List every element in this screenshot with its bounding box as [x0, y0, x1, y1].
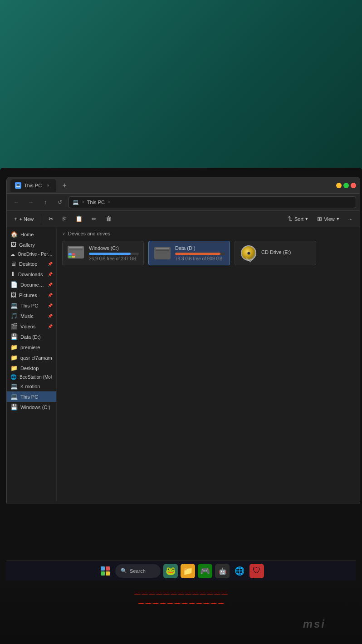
drive-data-d[interactable]: Data (D:) 78.8 GB free of 909 GB [148, 241, 230, 265]
drive-c-bar [89, 253, 139, 255]
address-location: This PC [87, 200, 105, 205]
delete-button[interactable]: 🗑 [102, 214, 115, 224]
taskbar-app-android[interactable]: 🤖 [215, 564, 230, 578]
windows-c-icon: 💾 [10, 404, 18, 410]
this-pc2-label: This PC [20, 394, 38, 400]
drive-windows-c[interactable]: Windows (C:) 36.9 GB free of 237 GB [62, 241, 144, 265]
gallery-label: Gallery [19, 242, 35, 248]
sidebar-item-this-pc[interactable]: 💻 This PC 📌 [7, 300, 56, 311]
sidebar-item-music[interactable]: 🎵 Music 📌 [7, 311, 56, 321]
taskbar-app-vpn[interactable]: 🛡 [249, 564, 264, 578]
data-d-label: Data (D:) [20, 334, 41, 340]
start-button[interactable] [98, 564, 113, 578]
toolbar: + + New ✂ ⎘ 📋 ✏ 🗑 ⇅ Sort ▾ ⊞ View ▾ [7, 211, 360, 227]
sidebar-item-videos[interactable]: 🎬 Videos 📌 [7, 321, 56, 332]
data-d-icon: 💾 [10, 333, 18, 340]
sidebar-item-windows-c[interactable]: 💾 Windows (C:) [7, 402, 56, 412]
taskbar-app-files[interactable]: 📁 [181, 564, 195, 578]
key [145, 599, 152, 604]
key [200, 590, 206, 595]
home-label: Home [20, 232, 34, 237]
tab-area: 💻 This PC × + [10, 179, 333, 192]
sidebar-item-home[interactable]: 🏠 Home [7, 229, 56, 239]
new-button[interactable]: + + New [10, 214, 37, 224]
sidebar-item-this-pc-active[interactable]: 💻 This PC [7, 391, 56, 402]
taskbar-app-xbox[interactable]: 🎮 [198, 564, 212, 578]
sidebar-item-documents[interactable]: 📄 Documents 📌 [7, 279, 56, 290]
drive-c-free: 36.9 GB free of 237 GB [89, 256, 139, 261]
sidebar-item-desktop[interactable]: 🖥 Desktop 📌 [7, 259, 56, 269]
start-sq-4 [106, 571, 110, 576]
pictures-label: Pictures [19, 293, 37, 298]
taskbar-app-chrome[interactable]: 🌐 [232, 564, 247, 578]
drive-c-info: Windows (C:) 36.9 GB free of 237 GB [89, 245, 139, 261]
sidebar-item-onedrive[interactable]: ☁ OneDrive - Perso [7, 250, 56, 259]
this-pc-pin: 📌 [48, 303, 53, 308]
drive-d-info: Data (D:) 78.8 GB free of 909 GB [175, 245, 225, 261]
sidebar-item-downloads[interactable]: ⬇ Downloads 📌 [7, 269, 56, 279]
more-button[interactable]: ··· [345, 215, 356, 224]
explorer-tab[interactable]: 💻 This PC × [10, 179, 56, 192]
cut-button[interactable]: ✂ [45, 214, 57, 224]
downloads-label: Downloads [18, 272, 43, 277]
sort-button[interactable]: ⇅ Sort ▾ [284, 214, 312, 224]
taskbar-search[interactable]: 🔍 Search [115, 564, 161, 578]
sidebar-item-qasr[interactable]: 📁 qasr el7amam [7, 352, 56, 363]
address-bar[interactable]: 💻 > This PC > [68, 196, 356, 208]
music-pin: 📌 [48, 314, 53, 318]
key [203, 599, 210, 604]
tab-icon: 💻 [15, 182, 21, 189]
paste-button[interactable]: 📋 [72, 214, 86, 224]
sidebar-item-beestation[interactable]: 🌐 BeeStation (Mol [7, 373, 56, 381]
new-tab-button[interactable]: + [58, 179, 71, 192]
drive-cd-e[interactable]: CD Drive (E:) [235, 241, 316, 265]
desktop-label: Desktop [19, 261, 37, 267]
new-label: + New [20, 216, 34, 222]
back-button[interactable]: ← [10, 196, 22, 208]
android-icon: 🤖 [219, 567, 226, 575]
videos-pin: 📌 [48, 324, 53, 329]
beestation-label: BeeStation (Mol [20, 375, 52, 380]
sidebar-item-data-d[interactable]: 💾 Data (D:) [7, 332, 56, 342]
desktop-icon: 🖥 [10, 260, 16, 267]
minimize-button[interactable] [336, 183, 342, 188]
taskbar: 🔍 Search 🐸 📁 🎮 🤖 🌐 🛡 [6, 561, 356, 581]
key [192, 590, 199, 595]
sort-label: Sort [294, 216, 303, 222]
refresh-button[interactable]: ↺ [54, 196, 66, 208]
sidebar-item-pictures[interactable]: 🖼 Pictures 📌 [7, 290, 56, 300]
tab-title: This PC [24, 183, 42, 188]
taskbar-app-frog[interactable]: 🐸 [163, 564, 178, 578]
more-icon: ··· [348, 216, 352, 222]
pictures-pin: 📌 [48, 293, 53, 298]
key [218, 599, 224, 604]
sidebar-item-premiere[interactable]: 📁 premiere [7, 342, 56, 352]
paste-icon: 📋 [75, 215, 83, 222]
tab-close-button[interactable]: × [44, 182, 52, 189]
desktop-pin: 📌 [48, 262, 53, 266]
documents-icon: 📄 [10, 281, 18, 288]
maximize-button[interactable] [343, 183, 349, 188]
up-button[interactable]: ↑ [39, 196, 51, 208]
copy-button[interactable]: ⎘ [59, 214, 70, 224]
documents-label: Documents [20, 282, 45, 288]
view-button[interactable]: ⊞ View ▾ [313, 214, 343, 224]
sidebar-item-desktop2[interactable]: 📁 Desktop [7, 363, 56, 373]
explorer-window: 💻 This PC × + ← → ↑ ↺ 💻 > This PC > + + … [6, 177, 360, 503]
drive-e-name: CD Drive (E:) [261, 249, 311, 255]
key [221, 590, 228, 595]
rename-button[interactable]: ✏ [88, 214, 100, 224]
forward-button[interactable]: → [25, 196, 37, 208]
sidebar-item-gallery[interactable]: 🖼 Gallery [7, 239, 56, 250]
delete-icon: 🗑 [106, 215, 112, 222]
qasr-icon: 📁 [10, 354, 18, 361]
close-button[interactable] [351, 183, 356, 188]
desktop2-icon: 📁 [10, 365, 18, 371]
kmotion-label: K motion [20, 384, 40, 389]
sidebar-item-kmotion[interactable]: 💻 K motion [7, 381, 56, 391]
xbox-icon: 🎮 [200, 566, 210, 576]
documents-pin: 📌 [48, 283, 53, 287]
section-expand-icon[interactable]: ∨ [62, 231, 65, 236]
key [178, 590, 184, 595]
search-icon: 🔍 [121, 568, 127, 574]
